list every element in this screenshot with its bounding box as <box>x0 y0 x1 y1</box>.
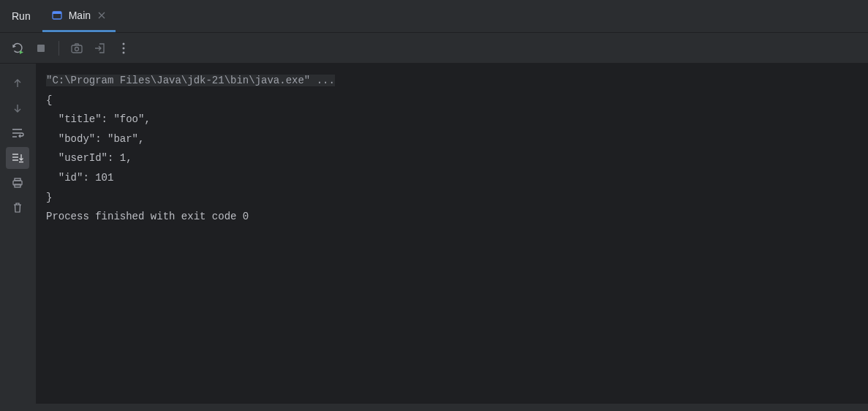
toolbar-separator <box>59 41 59 56</box>
content-area: "C:\Program Files\Java\jdk-21\bin\java.e… <box>0 64 868 411</box>
rerun-button[interactable] <box>7 38 28 59</box>
status-bar <box>0 404 868 411</box>
console-line: "userId": 1, <box>46 148 858 168</box>
svg-point-5 <box>123 42 125 45</box>
scroll-to-end-button[interactable] <box>6 147 29 169</box>
run-toolbar <box>0 33 868 64</box>
svg-rect-1 <box>53 12 61 14</box>
tab-main[interactable]: Main <box>42 0 116 32</box>
svg-rect-2 <box>37 45 45 52</box>
console-line: { <box>46 91 858 110</box>
tab-label: Main <box>69 10 91 21</box>
screenshot-button[interactable] <box>67 38 87 59</box>
console-line: "id": 101 <box>46 168 858 188</box>
svg-point-7 <box>123 51 125 53</box>
console-command-line: "C:\Program Files\Java\jdk-21\bin\java.e… <box>46 71 858 91</box>
close-icon[interactable] <box>97 10 107 20</box>
console-line: } <box>46 188 858 208</box>
exit-button[interactable] <box>90 38 110 59</box>
clear-button[interactable] <box>6 197 29 219</box>
svg-rect-3 <box>72 45 82 53</box>
svg-point-4 <box>75 47 79 50</box>
console-exit-line: Process finished with exit code 0 <box>46 207 858 227</box>
soft-wrap-button[interactable] <box>6 122 29 144</box>
print-button[interactable] <box>6 172 29 194</box>
svg-point-6 <box>123 47 125 49</box>
up-button[interactable] <box>6 72 29 94</box>
console-line: "body": "bar", <box>46 129 858 149</box>
console-output[interactable]: "C:\Program Files\Java\jdk-21\bin\java.e… <box>35 64 868 411</box>
more-options-button[interactable] <box>113 38 134 59</box>
down-button[interactable] <box>6 97 29 119</box>
panel-title: Run <box>0 10 42 22</box>
console-line: "title": "foo", <box>46 110 858 129</box>
side-toolbar <box>0 64 35 411</box>
stop-button[interactable] <box>31 38 51 59</box>
run-config-icon <box>51 10 63 21</box>
run-panel-header: Run Main <box>0 0 868 33</box>
